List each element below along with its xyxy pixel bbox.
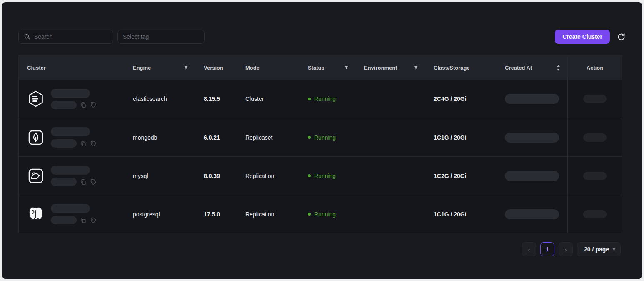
table-row-elasticsearch[interactable]: elasticsearch 8.15.5 Cluster Running 2C4… <box>19 80 622 118</box>
col-status: Status <box>300 56 356 80</box>
col-class-storage: Class/Storage <box>425 56 497 80</box>
status-cell: Running <box>300 195 356 233</box>
version-value: 6.0.21 <box>204 134 220 141</box>
status-dot-icon <box>308 98 311 100</box>
table-row-postgresql[interactable]: postgresql 17.5.0 Replication Running 1C… <box>19 195 622 233</box>
cluster-name-skeleton <box>51 166 90 175</box>
cluster-namespace-skeleton <box>51 216 77 224</box>
col-cluster: Cluster <box>19 56 125 80</box>
action-skeleton <box>583 95 607 103</box>
tag-select[interactable] <box>117 30 205 44</box>
mode-value: Replicaset <box>245 134 272 141</box>
tag-icon[interactable] <box>90 179 97 185</box>
page-size-label: 20 / page <box>584 246 609 253</box>
version-value: 8.0.39 <box>204 173 220 179</box>
created-at-skeleton <box>505 171 559 181</box>
tag-icon[interactable] <box>90 140 97 147</box>
mysql-logo-icon <box>27 167 45 185</box>
class-storage-value: 1C2G / 20Gi <box>434 173 467 179</box>
status-badge: Running <box>314 211 336 218</box>
status-badge: Running <box>314 134 336 141</box>
status-dot-icon <box>308 213 311 216</box>
status-cell: Running <box>300 80 356 118</box>
search-icon <box>24 33 30 40</box>
mode-value: Replication <box>245 173 274 179</box>
cluster-namespace-skeleton <box>51 139 77 148</box>
create-cluster-button[interactable]: Create Cluster <box>555 30 610 44</box>
action-skeleton <box>583 210 607 218</box>
version-value: 8.15.5 <box>204 95 220 102</box>
search-box[interactable] <box>18 30 113 44</box>
cluster-cell <box>19 157 125 195</box>
cluster-list-page: Create Cluster Cluster Engine Version Mo… <box>2 2 642 279</box>
postgresql-logo-icon <box>27 206 45 223</box>
engine-name: elasticsearch <box>133 95 167 102</box>
status-badge: Running <box>314 95 336 102</box>
pagination: ‹ 1 › 20 / page ▾ <box>18 242 626 256</box>
col-created-at: Created At <box>497 56 567 80</box>
cluster-cell <box>19 118 125 156</box>
class-storage-value: 1C1G / 20Gi <box>434 134 467 141</box>
cluster-name-skeleton <box>51 89 90 98</box>
col-action: Action <box>567 56 622 80</box>
table-body: elasticsearch 8.15.5 Cluster Running 2C4… <box>19 80 622 233</box>
mongodb-logo-icon <box>27 129 45 146</box>
mode-value: Cluster <box>245 95 264 102</box>
action-skeleton <box>583 133 607 142</box>
cluster-name-skeleton <box>51 204 90 213</box>
created-at-skeleton <box>505 94 559 104</box>
class-storage-value: 1C1G / 20Gi <box>434 211 467 218</box>
cluster-namespace-skeleton <box>51 101 77 109</box>
copy-icon[interactable] <box>80 102 87 108</box>
cluster-table: Cluster Engine Version Mode Status Envir… <box>18 55 622 233</box>
prev-page-button[interactable]: ‹ <box>522 242 536 256</box>
next-page-button[interactable]: › <box>559 242 573 256</box>
created-at-skeleton <box>505 209 559 219</box>
status-cell: Running <box>300 118 356 156</box>
col-engine: Engine <box>125 56 195 80</box>
status-dot-icon <box>308 136 311 139</box>
copy-icon[interactable] <box>80 217 87 223</box>
cluster-cell <box>19 80 125 118</box>
status-cell: Running <box>300 157 356 195</box>
table-header: Cluster Engine Version Mode Status Envir… <box>19 56 622 80</box>
status-dot-icon <box>308 174 311 177</box>
chevron-down-icon: ▾ <box>613 246 615 252</box>
action-skeleton <box>583 172 607 180</box>
refresh-button[interactable] <box>617 33 626 41</box>
tag-icon[interactable] <box>90 217 97 223</box>
cluster-cell <box>19 195 125 233</box>
mode-value: Replication <box>245 211 274 218</box>
table-row-mongodb[interactable]: mongodb 6.0.21 Replicaset Running 1C1G /… <box>19 118 622 156</box>
toolbar: Create Cluster <box>18 30 626 44</box>
col-version: Version <box>195 56 237 80</box>
cluster-namespace-skeleton <box>51 178 77 186</box>
engine-filter-icon[interactable] <box>183 65 189 70</box>
elasticsearch-logo-icon <box>27 90 45 108</box>
tag-select-input[interactable] <box>123 33 199 40</box>
page-1-button[interactable]: 1 <box>540 242 554 256</box>
search-input[interactable] <box>34 33 108 40</box>
col-mode: Mode <box>237 56 300 80</box>
engine-name: mongodb <box>133 134 157 141</box>
version-value: 17.5.0 <box>204 211 220 218</box>
copy-icon[interactable] <box>80 179 87 185</box>
status-badge: Running <box>314 173 336 179</box>
created-at-skeleton <box>505 133 559 143</box>
table-row-mysql[interactable]: mysql 8.0.39 Replication Running 1C2G / … <box>19 156 622 195</box>
class-storage-value: 2C4G / 20Gi <box>434 95 467 102</box>
cluster-name-skeleton <box>51 127 90 136</box>
status-filter-icon[interactable] <box>344 65 349 70</box>
environment-filter-icon[interactable] <box>413 65 419 70</box>
copy-icon[interactable] <box>80 140 87 147</box>
page-size-select[interactable]: 20 / page ▾ <box>577 242 621 256</box>
col-environment: Environment <box>356 56 425 80</box>
engine-name: postgresql <box>133 211 160 218</box>
engine-name: mysql <box>133 173 148 179</box>
refresh-icon <box>617 33 626 41</box>
created-at-sorter-icon[interactable] <box>556 65 561 71</box>
tag-icon[interactable] <box>90 102 97 108</box>
